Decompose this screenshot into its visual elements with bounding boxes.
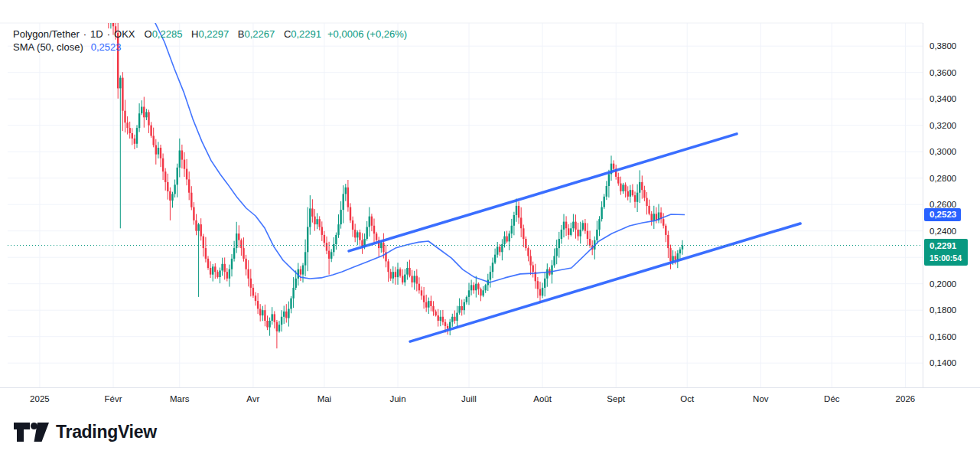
indicator-row[interactable]: SMA (50, close) 0,2523 [13, 41, 407, 54]
tradingview-logo[interactable]: TradingView [14, 422, 157, 442]
close-label: C [284, 28, 291, 40]
exchange-label[interactable]: OKX [114, 28, 135, 41]
price-axis-label: 0,1600 [930, 332, 956, 341]
indicator-name[interactable]: SMA (50, close) [13, 41, 83, 54]
price-axis-label: 0,3400 [930, 94, 956, 103]
time-axis-label: Juill [461, 394, 477, 403]
open-value: 0,2285 [152, 28, 183, 40]
sma-price-badge: 0,2523 [924, 208, 961, 221]
symbol-row[interactable]: Polygon/Tether · 1D · OKX O0,2285 H0,229… [13, 28, 407, 41]
interval-label[interactable]: 1D [90, 28, 103, 41]
time-axis-label: Déc [824, 394, 839, 403]
price-axis[interactable]: 0,14000,16000,18000,20000,24000,26000,28… [923, 23, 980, 388]
time-axis-label: Août [533, 394, 552, 403]
time-axis[interactable]: 2025FévrMarsAvrMaiJuinJuillAoûtSeptOctNo… [0, 388, 980, 411]
time-axis-label: Nov [753, 394, 768, 403]
time-axis-label: Sept [607, 394, 625, 403]
symbol-title[interactable]: Polygon/Tether [13, 28, 80, 41]
price-axis-label: 0,3200 [930, 121, 956, 130]
price-axis-label: 0,1400 [930, 358, 956, 367]
time-axis-label: 2025 [30, 394, 50, 403]
time-axis-label: Oct [680, 394, 694, 403]
price-axis-label: 0,3000 [930, 147, 956, 156]
separator-dot: · [83, 28, 86, 41]
price-axis-label: 0,2400 [930, 227, 956, 236]
tradingview-logo-text: TradingView [56, 422, 157, 442]
high-value: 0,2297 [198, 28, 229, 40]
price-axis-label: 0,3600 [930, 68, 956, 77]
tradingview-logo-icon [14, 423, 49, 442]
indicator-value: 0,2523 [91, 41, 122, 54]
open-label: O [145, 28, 152, 40]
time-axis-label: Avr [246, 394, 259, 403]
countdown-timer: 15:00:54 [930, 253, 968, 264]
time-axis-label: 2026 [896, 394, 916, 403]
time-axis-label: Févr [105, 394, 122, 403]
last-price-badge: 0,2291 15:00:54 [924, 239, 968, 266]
price-axis-label: 0,1800 [930, 305, 956, 315]
change-value: +0,0006 (+0,26%) [327, 28, 407, 41]
close-value: 0,2291 [291, 28, 321, 40]
low-value: 0,2267 [244, 28, 275, 40]
price-axis-label: 0,2000 [930, 279, 956, 289]
ohlc-values: O0,2285 H0,2297 B0,2267 C0,2291 [145, 28, 322, 41]
time-axis-label: Mars [170, 394, 190, 403]
price-axis-label: 0,2800 [930, 174, 956, 183]
last-price-value: 0,2291 [930, 239, 968, 253]
high-label: H [191, 28, 198, 40]
price-axis-label: 0,3800 [930, 41, 956, 51]
time-axis-label: Juin [389, 394, 405, 403]
time-axis-label: Mai [317, 394, 332, 403]
legend: Polygon/Tether · 1D · OKX O0,2285 H0,229… [13, 28, 407, 54]
separator-dot: · [107, 28, 110, 41]
